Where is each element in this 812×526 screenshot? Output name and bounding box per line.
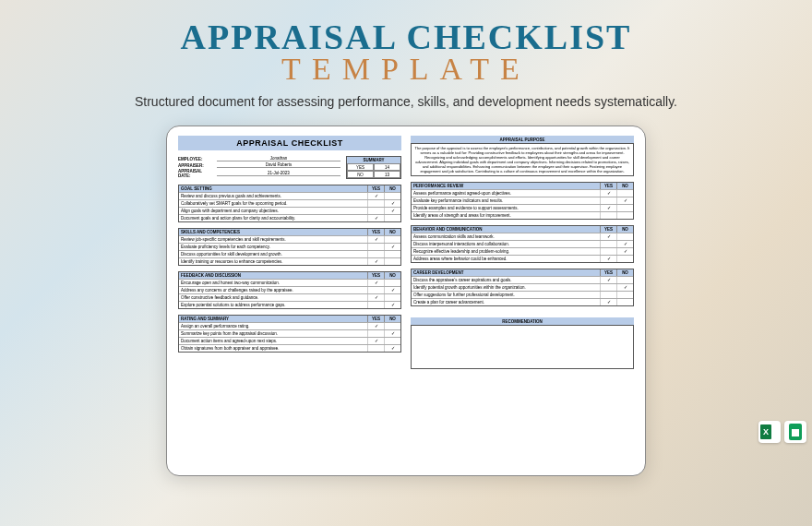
row-text: Document goals and action plans for clar… bbox=[179, 215, 367, 221]
row-text: Discuss the appraisee's career aspiratio… bbox=[412, 277, 600, 283]
checklist-row: Obtain signatures from both appraiser an… bbox=[179, 344, 400, 352]
no-mark: ✓ bbox=[616, 248, 633, 255]
summary-header: SUMMARY bbox=[347, 157, 400, 163]
no-mark bbox=[384, 251, 400, 257]
no-col: NO bbox=[616, 269, 633, 276]
checklist-row: Assign an overall performance rating.✓ bbox=[179, 322, 400, 329]
appraiser-value: David Roberts bbox=[217, 162, 340, 168]
download-icons bbox=[758, 421, 806, 443]
no-mark: ✓ bbox=[384, 302, 400, 308]
yes-mark bbox=[600, 197, 616, 204]
yes-mark bbox=[600, 248, 616, 255]
no-mark: ✓ bbox=[384, 330, 400, 337]
row-text: Evaluate proficiency levels for each com… bbox=[179, 244, 367, 250]
yes-mark bbox=[367, 251, 384, 257]
no-mark bbox=[616, 299, 633, 305]
section-title: BEHAVIOR AND COMMUNICATION bbox=[412, 226, 600, 233]
date-label: APPRAISAL DATE: bbox=[178, 169, 213, 178]
title-sub: TEMPLATE bbox=[0, 52, 812, 87]
checklist-row: Explore potential solutions to address p… bbox=[179, 301, 400, 308]
row-text: Evaluate key performance indicators and … bbox=[412, 197, 600, 204]
no-col: NO bbox=[384, 185, 400, 192]
no-mark bbox=[384, 294, 400, 301]
no-col: NO bbox=[616, 226, 633, 233]
checklist-row: Evaluate proficiency levels for each com… bbox=[179, 243, 400, 250]
excel-icon[interactable] bbox=[758, 421, 781, 443]
row-text: Review job-specific competencies and ski… bbox=[179, 236, 367, 243]
no-mark: ✓ bbox=[384, 200, 400, 207]
yes-mark: ✓ bbox=[367, 215, 384, 221]
row-text: Collaboratively set SMART goals for the … bbox=[179, 200, 367, 207]
checklist-row: Collaboratively set SMART goals for the … bbox=[179, 199, 400, 207]
no-mark bbox=[384, 338, 400, 344]
subtitle: Structured document for assessing perfor… bbox=[0, 94, 812, 109]
section: RATING AND SUMMARYYESNOAssign an overall… bbox=[178, 315, 401, 353]
checklist-row: Discuss opportunities for skill developm… bbox=[179, 250, 400, 257]
no-mark bbox=[616, 205, 633, 211]
yes-mark: ✓ bbox=[367, 294, 384, 301]
yes-mark: ✓ bbox=[600, 190, 616, 197]
recommendation-box bbox=[411, 325, 634, 369]
recommendation-title: RECOMMENDATION bbox=[411, 317, 634, 325]
checklist-row: Align goals with department and company … bbox=[179, 207, 400, 214]
yes-col: YES bbox=[367, 229, 384, 235]
checklist-row: Provide examples and evidence to support… bbox=[412, 204, 633, 211]
no-mark: ✓ bbox=[384, 244, 400, 250]
no-mark: ✓ bbox=[384, 208, 400, 214]
summary-no-label: NO bbox=[347, 171, 374, 178]
template-preview: APPRAISAL CHECKLIST EMPLOYEE:Jonathan AP… bbox=[166, 126, 646, 476]
no-mark bbox=[616, 233, 633, 240]
summary-no-value: 13 bbox=[374, 171, 400, 178]
no-mark bbox=[384, 280, 400, 286]
row-text: Identify potential growth opportunities … bbox=[412, 284, 600, 291]
checklist-row: Assess communication skills and teamwork… bbox=[412, 233, 633, 240]
yes-mark bbox=[367, 345, 384, 352]
row-text: Encourage open and honest two-way commun… bbox=[179, 280, 367, 286]
yes-mark: ✓ bbox=[367, 323, 384, 329]
yes-mark bbox=[367, 302, 384, 308]
row-text: Offer suggestions for further profession… bbox=[412, 292, 600, 298]
checklist-row: Summarize key points from the appraisal … bbox=[179, 329, 400, 337]
row-text: Create a plan for career advancement. bbox=[412, 299, 600, 305]
summary-yes-value: 14 bbox=[374, 163, 400, 171]
no-mark bbox=[616, 212, 633, 219]
doc-title: APPRAISAL CHECKLIST bbox=[178, 136, 401, 150]
purpose-block: APPRAISAL PURPOSE The purpose of the app… bbox=[411, 136, 634, 176]
section-title: CAREER DEVELOPMENT bbox=[412, 269, 600, 276]
yes-col: YES bbox=[367, 316, 384, 322]
no-mark bbox=[616, 292, 633, 298]
row-text: Identify training or resources to enhanc… bbox=[179, 258, 367, 265]
checklist-row: Address areas where behavior could be en… bbox=[412, 255, 633, 262]
yes-mark: ✓ bbox=[367, 193, 384, 199]
section-title: SKILLS AND COMPETENCIES bbox=[179, 229, 367, 235]
no-mark: ✓ bbox=[616, 284, 633, 291]
no-mark: ✓ bbox=[384, 287, 400, 293]
no-mark bbox=[384, 236, 400, 243]
section: CAREER DEVELOPMENTYESNODiscuss the appra… bbox=[411, 269, 634, 306]
row-text: Provide examples and evidence to support… bbox=[412, 205, 600, 211]
yes-mark bbox=[367, 244, 384, 250]
meta-block: EMPLOYEE:Jonathan APPRAISER:David Robert… bbox=[178, 156, 401, 179]
checklist-row: Discuss the appraisee's career aspiratio… bbox=[412, 276, 633, 283]
row-text: Assess communication skills and teamwork… bbox=[412, 233, 600, 240]
checklist-row: Review job-specific competencies and ski… bbox=[179, 235, 400, 243]
summary-yes-label: YES bbox=[347, 163, 374, 171]
section-title: GOAL SETTING bbox=[179, 185, 367, 192]
google-sheets-icon[interactable] bbox=[784, 421, 806, 443]
yes-mark bbox=[600, 241, 616, 247]
yes-col: YES bbox=[367, 185, 384, 192]
no-mark bbox=[384, 215, 400, 221]
yes-mark: ✓ bbox=[600, 205, 616, 211]
no-col: NO bbox=[384, 272, 400, 279]
yes-mark: ✓ bbox=[367, 338, 384, 344]
yes-mark: ✓ bbox=[367, 280, 384, 286]
appraiser-label: APPRAISER: bbox=[178, 163, 213, 168]
no-mark bbox=[616, 190, 633, 197]
checklist-row: Encourage open and honest two-way commun… bbox=[179, 279, 400, 286]
yes-mark: ✓ bbox=[600, 299, 616, 305]
yes-mark: ✓ bbox=[367, 236, 384, 243]
row-text: Offer constructive feedback and guidance… bbox=[179, 294, 367, 301]
purpose-body: The purpose of the appraisal is to asses… bbox=[411, 143, 634, 176]
checklist-row: Review and discuss previous goals and ac… bbox=[179, 192, 400, 199]
checklist-row: Identify potential growth opportunities … bbox=[412, 283, 633, 291]
